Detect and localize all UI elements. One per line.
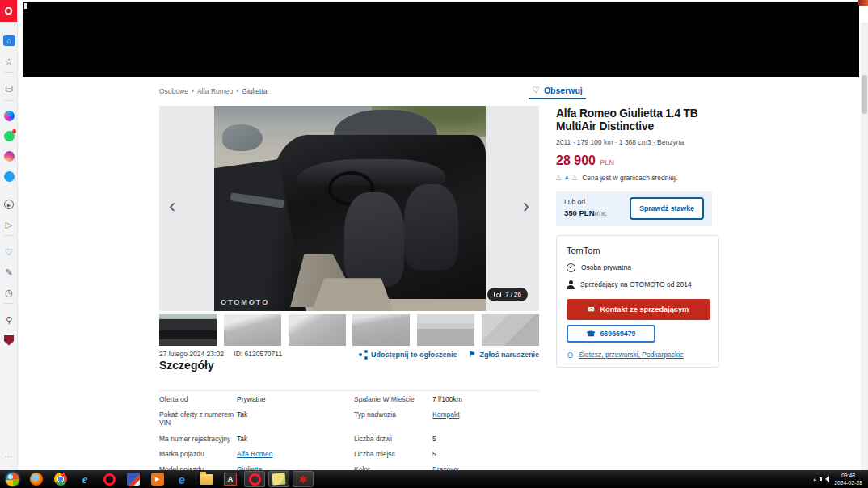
details-row: Oferta od Prywatne Spalanie W Mieście 7 … — [159, 395, 546, 403]
photo-side-mirror — [222, 124, 263, 151]
photo-passenger-seat — [404, 184, 458, 271]
vpn-shield-icon[interactable] — [0, 332, 18, 348]
page-scrollbar[interactable] — [861, 23, 868, 470]
financing-box: Lub od 350 PLN/mc Sprawdź stawkę — [556, 191, 712, 226]
details-heading: Szczegóły — [159, 359, 214, 372]
phone-icon: ☎ — [586, 330, 595, 338]
seller-name: TomTom — [567, 246, 709, 255]
listing-subtitle: 2011 · 179 100 km · 1 368 cm3 · Benzyna — [556, 138, 722, 146]
price-evaluation: △ ▲ △ Cena jest w granicach średniej. — [556, 174, 722, 182]
breadcrumb-item[interactable]: Osobowe — [159, 87, 188, 95]
history-icon[interactable]: ◷ — [0, 284, 18, 301]
whatsapp-icon[interactable] — [0, 128, 18, 144]
clock-time: 09:48 — [834, 472, 862, 479]
start-button[interactable] — [2, 471, 23, 487]
heart-icon[interactable]: ♡ — [0, 244, 18, 260]
taskbar-media-center[interactable] — [123, 471, 144, 487]
speaker-icon[interactable] — [822, 476, 829, 482]
main-photo[interactable]: OTOMOTO — [214, 106, 486, 311]
thumbnail[interactable] — [289, 314, 346, 346]
brand-link[interactable]: Alfa Romeo — [237, 450, 354, 458]
financing-amount: 350 PLN — [564, 208, 595, 217]
taskbar-acrobat[interactable]: A — [220, 471, 241, 487]
breadcrumb-item[interactable]: Alfa Romeo — [197, 87, 233, 95]
taskbar-opera[interactable] — [99, 471, 120, 487]
otomoto-watermark: OTOMOTO — [221, 298, 269, 306]
heart-icon: ♡ — [532, 85, 540, 95]
seller-location-row: ⊙ Sietesz, przeworski, Podkarpackie — [567, 351, 709, 360]
taskbar-opera-active[interactable] — [244, 471, 265, 487]
report-link[interactable]: ⚑ Zgłoś naruszenie — [469, 350, 540, 359]
details-row: Ma numer rejestracyjny Tak Liczba drzwi … — [159, 435, 546, 443]
sidebar-divider — [4, 235, 14, 236]
price-mid-icon: ▲ — [563, 174, 570, 181]
star-icon[interactable]: ☆ — [0, 53, 18, 69]
sidebar-divider — [4, 303, 14, 304]
taskbar-file-explorer[interactable] — [196, 471, 217, 487]
sticky-notes-icon — [272, 473, 286, 485]
send-icon[interactable]: ▷ — [0, 217, 18, 233]
details-divider — [159, 390, 539, 391]
compose-icon[interactable]: ✎ — [0, 264, 18, 280]
messenger-icon[interactable] — [0, 107, 18, 124]
more-icon[interactable]: … — [0, 446, 18, 462]
windows-taskbar: e ▶ e A ✱ ▲ 09:48 2024-02-28 — [0, 470, 868, 488]
player-icon[interactable]: ▶ — [0, 196, 18, 212]
clock-date: 2024-02-28 — [834, 479, 862, 486]
thumbnail[interactable] — [417, 314, 474, 346]
price-low-icon: △ — [556, 174, 561, 181]
listing-meta-row: 27 lutego 2024 23:02 ID: 6120570711 Udos… — [159, 350, 539, 358]
lightbulb-icon[interactable]: ⚲ — [0, 312, 18, 328]
person-icon — [567, 280, 575, 289]
taskbar-internet-explorer[interactable]: e — [74, 471, 95, 487]
thumbnail[interactable] — [482, 314, 539, 346]
opera-icon — [103, 473, 116, 486]
camera-icon — [494, 292, 501, 297]
media-center-icon — [127, 473, 140, 486]
taskbar-edge[interactable]: e — [171, 471, 192, 487]
share-link[interactable]: Udostępnij to ogłoszenie — [359, 350, 457, 359]
listing-id: ID: 6120570711 — [234, 350, 282, 358]
seller-since-row: Sprzedający na OTOMOTO od 2014 — [567, 280, 709, 289]
price-currency: PLN — [600, 158, 614, 166]
taskbar-sticky-notes[interactable] — [268, 471, 289, 487]
taskbar-media-player[interactable]: ▶ — [147, 471, 168, 487]
photo-gallery: ‹ › OTOMOTO 7 / 26 — [159, 106, 539, 311]
shopping-bag-icon[interactable]: ⛁ — [0, 81, 18, 97]
thumbnail-strip — [159, 314, 539, 346]
breadcrumb-item-current[interactable]: Giulietta — [242, 87, 267, 95]
check-rate-button[interactable]: Sprawdź stawkę — [630, 197, 704, 220]
tray-expand-icon[interactable]: ▲ — [812, 477, 817, 482]
location-link[interactable]: Sietesz, przeworski, Podkarpackie — [579, 351, 683, 359]
thumbnail[interactable] — [224, 314, 281, 346]
opera-icon — [249, 473, 261, 486]
phone-button[interactable]: ☎ 669669479 — [567, 325, 655, 343]
thumbnail-image — [159, 314, 217, 346]
thumbnail[interactable] — [159, 314, 217, 346]
workspaces-icon[interactable]: ⌂ — [0, 32, 18, 48]
opera-logo-icon[interactable]: O — [0, 0, 17, 22]
sidebar-divider — [4, 72, 14, 73]
folder-icon — [200, 474, 213, 485]
seller-card: TomTom ✓ Osoba prywatna Sprzedający na O… — [556, 235, 719, 368]
taskbar-firefox[interactable] — [26, 471, 47, 487]
thumbnail[interactable] — [352, 314, 410, 346]
window-close-fragment[interactable] — [858, 0, 868, 6]
price-row: 28 900 PLN — [556, 154, 722, 168]
instagram-icon[interactable] — [0, 148, 18, 164]
screen: O ⌂ ☆ ⛁ ▶ ▷ ♡ ✎ ◷ ⚲ … Osobowe•Alfa Romeo… — [0, 0, 868, 488]
twitter-icon[interactable] — [0, 168, 18, 184]
details-row: Pokaż oferty z numerem VIN Tak Typ nadwo… — [159, 410, 546, 427]
price-amount: 28 900 — [556, 154, 596, 168]
taskbar-clock[interactable]: 09:48 2024-02-28 — [834, 472, 865, 486]
flower-app-icon: ✱ — [299, 473, 308, 486]
gallery-next-button[interactable]: › — [523, 196, 529, 216]
scrollbar-thumb[interactable] — [862, 75, 867, 114]
details-row: Marka pojazdu Alfa Romeo Liczba miejsc 5 — [159, 450, 546, 458]
contact-seller-button[interactable]: ✉ Kontakt ze sprzedającym — [567, 299, 710, 320]
listing-date: 27 lutego 2024 23:02 — [159, 350, 224, 358]
body-type-link[interactable]: Kompakt — [432, 410, 546, 419]
taskbar-photo-app[interactable]: ✱ — [293, 471, 314, 487]
gallery-prev-button[interactable]: ‹ — [169, 196, 175, 216]
taskbar-chrome[interactable] — [50, 471, 71, 487]
